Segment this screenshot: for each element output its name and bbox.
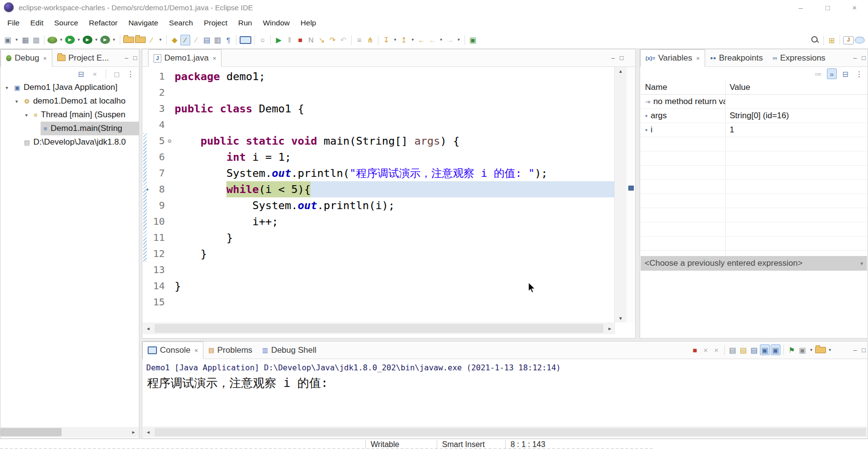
debug-tree-item[interactable]: ▤D:\Develop\Java\jdk1.8.0: [0, 135, 139, 149]
external-tools-button[interactable]: ∕: [147, 35, 156, 45]
show-type-names-button[interactable]: ≔: [813, 68, 823, 79]
code-line-1[interactable]: 1package demo1;: [142, 68, 635, 85]
display-console-dropdown[interactable]: ▾: [808, 344, 814, 355]
step-into-button[interactable]: ↘: [317, 35, 327, 45]
tab-debug[interactable]: Debug ×: [0, 49, 52, 67]
scroll-left-icon[interactable]: ◂: [143, 429, 154, 435]
open-task-button[interactable]: [123, 37, 134, 43]
debug-tree-item[interactable]: ≡Demo1.main(String: [0, 122, 139, 135]
back-history-dropdown[interactable]: ▾: [438, 35, 444, 45]
expression-chooser[interactable]: <Choose a previously entered expression>…: [641, 256, 867, 271]
scroll-right-icon[interactable]: ▸: [604, 325, 615, 332]
column-header-name[interactable]: Name: [640, 81, 726, 94]
code-line-13[interactable]: 13: [142, 262, 635, 278]
pin-console-button[interactable]: ⚑: [787, 344, 797, 355]
column-header-value[interactable]: Value: [726, 81, 868, 94]
code-line-2[interactable]: 2: [142, 85, 635, 101]
tab-variables-close-icon[interactable]: ×: [696, 55, 700, 62]
show-view-list-button[interactable]: ▥: [213, 35, 223, 45]
code-line-12[interactable]: 12 }: [142, 246, 635, 262]
load-class-button[interactable]: ↧: [381, 35, 391, 45]
debug-dropdown[interactable]: ▾: [58, 35, 64, 45]
back-history-button[interactable]: ←: [427, 35, 437, 45]
remove-launch-button[interactable]: ×: [701, 344, 711, 355]
debug-view-people-button[interactable]: ◻: [112, 68, 122, 79]
debug-tree-hscrollbar[interactable]: ▸: [0, 427, 139, 437]
open-console-button[interactable]: [815, 347, 826, 353]
minimize-editor-button[interactable]: –: [611, 54, 615, 62]
coverage-dropdown[interactable]: ▾: [93, 35, 99, 45]
maximize-button[interactable]: □: [814, 0, 841, 15]
terminate-button[interactable]: ■: [690, 344, 700, 355]
menu-source[interactable]: Source: [49, 19, 84, 27]
resume-button[interactable]: ▶: [274, 35, 284, 45]
show-stderr-button[interactable]: ▣: [771, 344, 780, 355]
tab-project-explorer[interactable]: Project E...: [52, 49, 114, 66]
overview-ruler[interactable]: [626, 67, 635, 322]
open-type-button[interactable]: ▤: [202, 35, 212, 45]
scrollbar-thumb[interactable]: [155, 324, 603, 333]
profile-button[interactable]: ▶: [100, 36, 110, 44]
menu-help[interactable]: Help: [295, 19, 322, 27]
run-button[interactable]: ▶: [65, 36, 75, 44]
variable-row[interactable]: ●argsString[0] (id=16): [640, 109, 868, 123]
tab-variables[interactable]: (x)= Variables ×: [640, 49, 705, 67]
maximize-editor-button[interactable]: □: [620, 54, 623, 62]
search-button[interactable]: [811, 36, 821, 44]
open-console-view-button[interactable]: [240, 36, 251, 44]
menu-run[interactable]: Run: [233, 19, 257, 27]
debug-button[interactable]: [47, 37, 57, 43]
format-button[interactable]: ∕: [191, 35, 201, 45]
java-perspective-button[interactable]: J: [843, 36, 854, 44]
disconnect-button[interactable]: N: [306, 35, 316, 45]
scroll-down-icon[interactable]: ▾: [615, 315, 626, 321]
external-tools-dropdown[interactable]: ▾: [157, 35, 163, 45]
debug-tree-item[interactable]: ▾≡Thread [main] (Suspen: [0, 108, 139, 122]
restart-dropdown[interactable]: ▾: [410, 35, 416, 45]
scroll-right-icon[interactable]: ▸: [128, 429, 139, 435]
maximize-view-button[interactable]: □: [133, 54, 137, 62]
show-whitespace-button[interactable]: ¶: [223, 35, 233, 45]
code-line-15[interactable]: 15: [142, 294, 635, 310]
variable-detail-pane[interactable]: [641, 271, 867, 338]
tab-console[interactable]: Console ×: [142, 342, 203, 359]
open-console-dropdown[interactable]: ▾: [827, 344, 833, 355]
debug-perspective-button[interactable]: [855, 37, 865, 43]
code-line-14[interactable]: 14}: [142, 278, 635, 294]
tab-debug-close-icon[interactable]: ×: [43, 55, 47, 62]
view-menu-button[interactable]: ⋮: [126, 68, 135, 79]
code-line-7[interactable]: 7 System.out.println("程序调试演示，注意观察 i 的值: …: [142, 165, 635, 181]
last-edit-location-button[interactable]: ▣: [468, 35, 478, 45]
maximize-view-button[interactable]: □: [862, 54, 866, 62]
scroll-up-icon[interactable]: ▴: [615, 68, 626, 74]
menu-project[interactable]: Project: [199, 19, 233, 27]
code-line-3[interactable]: 3public class Demo1 {: [142, 101, 635, 117]
tab-demo1-java[interactable]: J Demo1.java ×: [148, 49, 222, 67]
tab-expressions[interactable]: ∞ Expressions: [768, 49, 830, 66]
collapse-all-button[interactable]: ⊟: [841, 68, 850, 79]
code-line-4[interactable]: 4: [142, 117, 635, 133]
tab-debug-shell[interactable]: ▥ Debug Shell: [257, 342, 321, 359]
display-console-button[interactable]: ▣: [798, 344, 807, 355]
menu-search[interactable]: Search: [164, 19, 199, 27]
forward-dropdown[interactable]: ▾: [456, 35, 462, 45]
use-step-filters-button[interactable]: ⋔: [365, 35, 375, 45]
profile-dropdown[interactable]: ▾: [111, 35, 117, 45]
save-all-button[interactable]: ▩: [31, 35, 41, 45]
scroll-lock-button[interactable]: ▤: [738, 344, 748, 355]
open-perspective-button[interactable]: ⊞: [827, 35, 837, 45]
save-button[interactable]: ▦: [21, 35, 30, 45]
remove-all-terminated-button[interactable]: ×: [712, 344, 721, 355]
console-horizontal-scrollbar[interactable]: ◂: [143, 427, 867, 437]
minimize-button[interactable]: –: [787, 0, 814, 15]
menu-window[interactable]: Window: [257, 19, 295, 27]
code-editor[interactable]: 1package demo1;23public class Demo1 {45⊖…: [142, 67, 635, 324]
close-button[interactable]: ×: [841, 0, 868, 15]
clear-console-button[interactable]: ▤: [728, 344, 737, 355]
open-resource-button[interactable]: [135, 37, 146, 43]
show-stdout-button[interactable]: ▣: [760, 344, 770, 355]
coverage-button[interactable]: ▶: [83, 36, 92, 44]
forward-button[interactable]: →: [445, 35, 455, 45]
tab-problems[interactable]: ▤ Problems: [203, 342, 257, 359]
step-return-button[interactable]: ↶: [338, 35, 348, 45]
